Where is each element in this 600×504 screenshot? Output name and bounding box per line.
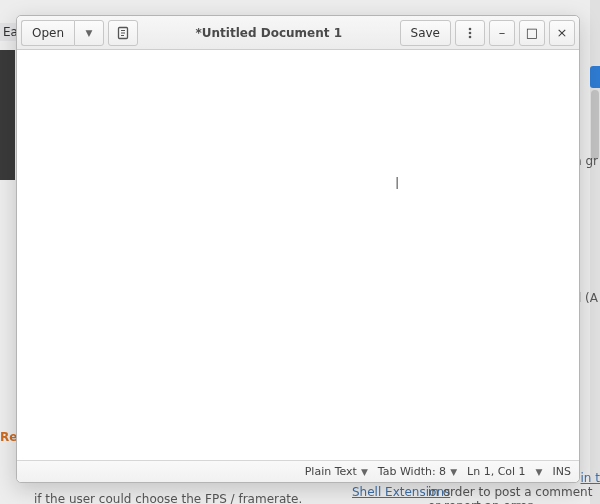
maximize-icon: □ bbox=[526, 26, 538, 39]
save-button-label: Save bbox=[411, 26, 440, 40]
insert-mode[interactable]: INS bbox=[553, 465, 571, 478]
bg-footer-tail: in order to post a comment or report an … bbox=[428, 485, 600, 504]
close-button[interactable]: × bbox=[549, 20, 575, 46]
chevron-down-icon: ▼ bbox=[450, 467, 457, 477]
new-document-button[interactable] bbox=[108, 20, 138, 46]
status-bar: Plain Text ▼ Tab Width: 8 ▼ Ln 1, Col 1 … bbox=[17, 460, 579, 482]
open-recent-dropdown[interactable]: ▼ bbox=[74, 20, 104, 46]
close-icon: × bbox=[557, 26, 568, 39]
bg-login-link[interactable]: in t bbox=[581, 471, 600, 485]
tab-width-label: Tab Width: 8 bbox=[378, 465, 446, 478]
svg-point-1 bbox=[469, 27, 472, 30]
cursor-position: Ln 1, Col 1 bbox=[467, 465, 526, 478]
header-bar: Open ▼ *Untitled Document 1 Save – □ bbox=[17, 16, 579, 50]
editor-area[interactable]: I bbox=[17, 50, 579, 460]
save-button[interactable]: Save bbox=[400, 20, 451, 46]
open-button-group: Open ▼ bbox=[21, 20, 104, 46]
chevron-down-icon: ▼ bbox=[536, 467, 543, 477]
window-title: *Untitled Document 1 bbox=[142, 26, 395, 40]
language-selector[interactable]: Plain Text ▼ bbox=[305, 465, 368, 478]
svg-point-3 bbox=[469, 35, 472, 38]
language-label: Plain Text bbox=[305, 465, 357, 478]
text-cursor-icon: I bbox=[395, 175, 403, 191]
open-button[interactable]: Open bbox=[21, 20, 74, 46]
bg-footer-text: if the user could choose the FPS / frame… bbox=[34, 492, 302, 504]
scrollbar-thumb[interactable] bbox=[591, 90, 599, 160]
open-button-label: Open bbox=[32, 26, 64, 40]
maximize-button[interactable]: □ bbox=[519, 20, 545, 46]
tab-width-selector[interactable]: Tab Width: 8 ▼ bbox=[378, 465, 457, 478]
hamburger-menu-button[interactable] bbox=[455, 20, 485, 46]
text-editor-window: Open ▼ *Untitled Document 1 Save – □ bbox=[16, 15, 580, 483]
chevron-down-icon: ▼ bbox=[361, 467, 368, 477]
svg-point-2 bbox=[469, 31, 472, 34]
insert-mode-label: INS bbox=[553, 465, 571, 478]
chevron-down-icon: ▼ bbox=[86, 28, 93, 38]
cursor-position-label: Ln 1, Col 1 bbox=[467, 465, 526, 478]
bg-search-button[interactable] bbox=[590, 66, 600, 88]
bg-thumbnail-strip bbox=[0, 50, 15, 180]
minimize-icon: – bbox=[499, 26, 506, 39]
minimize-button[interactable]: – bbox=[489, 20, 515, 46]
kebab-icon bbox=[463, 26, 477, 40]
new-document-icon bbox=[116, 26, 130, 40]
